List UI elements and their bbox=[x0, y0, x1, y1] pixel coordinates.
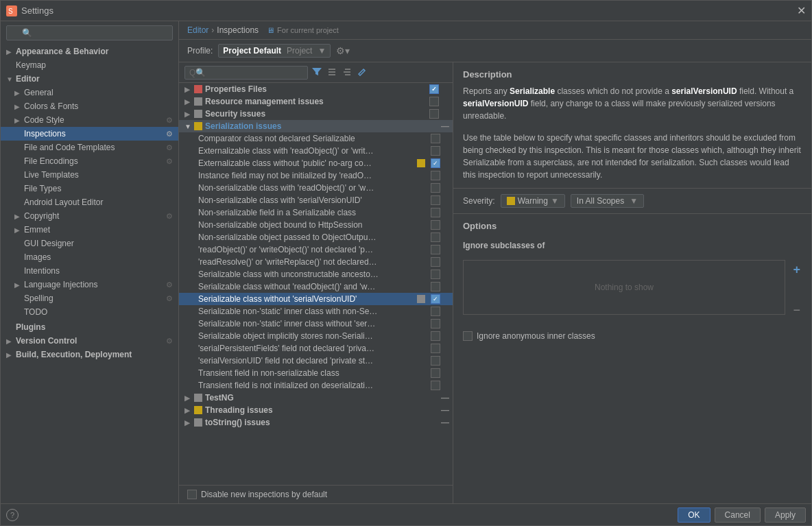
sidebar-item-emmet[interactable]: ▶ Emmet bbox=[1, 223, 178, 237]
sidebar-item-appearance[interactable]: ▶ Appearance & Behavior bbox=[1, 45, 178, 58]
sidebar-item-version-control[interactable]: ▶ Version Control ⚙ bbox=[1, 334, 178, 348]
inspection-item-nonser-output[interactable]: Non-serializable object passed to Object… bbox=[179, 231, 453, 243]
collapse-all-button[interactable] bbox=[341, 66, 353, 80]
ok-button[interactable]: OK bbox=[678, 507, 710, 523]
scope-dropdown[interactable]: In All Scopes ▼ bbox=[571, 194, 644, 208]
edit-button[interactable] bbox=[356, 66, 368, 80]
inspection-item-comparator[interactable]: Comparator class not declared Serializab… bbox=[179, 132, 453, 145]
inspection-item-ext-noarg[interactable]: Externalizable class without 'public' no… bbox=[179, 157, 453, 169]
item-checkbox[interactable] bbox=[431, 146, 440, 156]
add-class-button[interactable]: + bbox=[793, 263, 800, 277]
item-checkbox[interactable] bbox=[431, 257, 440, 267]
sidebar-item-inspections[interactable]: ▶ Inspections ⚙ bbox=[1, 127, 178, 141]
cancel-button[interactable]: Cancel bbox=[715, 507, 761, 523]
item-checkbox[interactable] bbox=[431, 282, 440, 291]
item-checkbox[interactable] bbox=[431, 232, 440, 242]
item-checkbox[interactable] bbox=[431, 381, 440, 390]
sidebar-item-android-layout[interactable]: ▶ Android Layout Editor bbox=[1, 195, 178, 209]
description-scroll: Description Reports any Serializable cla… bbox=[453, 62, 811, 503]
inspection-group-properties[interactable]: ▶ Properties Files ✓ bbox=[179, 83, 453, 95]
group-checkbox[interactable] bbox=[429, 109, 439, 119]
inspection-group-threading[interactable]: ▶ Threading issues — bbox=[179, 404, 453, 416]
sidebar-item-code-style[interactable]: ▶ Code Style ⚙ bbox=[1, 113, 178, 127]
sidebar-item-general[interactable]: ▶ General bbox=[1, 86, 178, 99]
inspection-item-ext-read[interactable]: Externalizable class with 'readObject()'… bbox=[179, 145, 453, 157]
inspection-group-resource[interactable]: ▶ Resource management issues bbox=[179, 95, 453, 108]
close-button[interactable]: ✕ bbox=[797, 4, 806, 17]
description-title: Description bbox=[463, 69, 802, 80]
sidebar-item-colors-fonts[interactable]: ▶ Colors & Fonts bbox=[1, 99, 178, 113]
expand-all-button[interactable] bbox=[326, 66, 338, 80]
sidebar-item-build-exec[interactable]: ▶ Build, Execution, Deployment bbox=[1, 348, 178, 361]
inspection-item-serial-noversion[interactable]: Serializable class without 'serialVersio… bbox=[179, 293, 453, 305]
sidebar-item-live-templates[interactable]: ▶ Live Templates bbox=[1, 168, 178, 182]
sidebar-item-spelling[interactable]: ▶ Spelling ⚙ bbox=[1, 291, 178, 305]
item-checkbox[interactable] bbox=[431, 195, 440, 205]
sidebar-item-file-encodings[interactable]: ▶ File Encodings ⚙ bbox=[1, 154, 178, 168]
sidebar-item-intentions[interactable]: ▶ Intentions bbox=[1, 264, 178, 278]
inspection-item-nonstat-without[interactable]: Serializable non-'static' inner class wi… bbox=[179, 318, 453, 330]
item-checkbox[interactable] bbox=[431, 208, 440, 217]
inspection-search-input[interactable] bbox=[184, 66, 308, 80]
item-checkbox[interactable] bbox=[431, 245, 440, 254]
inspection-item-nonser-http[interactable]: Non-serializable object bound to HttpSes… bbox=[179, 219, 453, 231]
sidebar-item-lang-injections[interactable]: ▶ Language Injections ⚙ bbox=[1, 278, 178, 291]
ignore-anon-checkbox[interactable] bbox=[463, 331, 473, 341]
sidebar-item-plugins[interactable]: ▶ Plugins bbox=[1, 320, 178, 334]
sidebar-item-file-templates[interactable]: ▶ File and Code Templates ⚙ bbox=[1, 141, 178, 154]
inspection-group-security[interactable]: ▶ Security issues bbox=[179, 108, 453, 120]
inspection-item-nonstat-non-se[interactable]: Serializable non-'static' inner class wi… bbox=[179, 305, 453, 318]
remove-class-button[interactable]: − bbox=[793, 303, 800, 318]
profile-dropdown[interactable]: Project Default Project ▼ bbox=[218, 44, 331, 58]
breadcrumb-current: Inspections bbox=[217, 25, 259, 35]
inspection-item-impl-stores[interactable]: Serializable object implicitly stores no… bbox=[179, 330, 453, 342]
sidebar-item-keymap[interactable]: ▶ Keymap bbox=[1, 58, 178, 72]
inspection-item-serial-unconst[interactable]: Serializable class with unconstructable … bbox=[179, 268, 453, 280]
sidebar-item-editor[interactable]: ▼ Editor bbox=[1, 72, 178, 86]
inspection-item-serial-noread[interactable]: Serializable class without 'readObject()… bbox=[179, 280, 453, 293]
inspection-item-transient-notinit[interactable]: Transient field is not initialized on de… bbox=[179, 379, 453, 392]
inspection-group-serialization[interactable]: ▼ Serialization issues — bbox=[179, 120, 453, 132]
group-checkbox[interactable] bbox=[429, 97, 439, 106]
sidebar-item-gui-designer[interactable]: ▶ GUI Designer bbox=[1, 237, 178, 250]
disable-inspections-checkbox[interactable] bbox=[187, 490, 197, 499]
item-checkbox[interactable] bbox=[431, 220, 440, 230]
breadcrumb-editor-link[interactable]: Editor bbox=[187, 25, 208, 35]
item-checkbox[interactable] bbox=[431, 344, 440, 353]
sidebar: ▶ Appearance & Behavior ▶ Keymap ▼ Edito… bbox=[1, 21, 179, 503]
item-checkbox[interactable]: ✓ bbox=[431, 158, 440, 168]
inspection-item-transient-non[interactable]: Transient field in non-serializable clas… bbox=[179, 367, 453, 379]
item-checkbox[interactable] bbox=[431, 356, 440, 366]
inspection-item-nonser-field[interactable]: Non-serializable field in a Serializable… bbox=[179, 206, 453, 219]
sidebar-item-todo[interactable]: ▶ TODO bbox=[1, 305, 178, 319]
inspection-item-inst-field[interactable]: Instance field may not be initialized by… bbox=[179, 169, 453, 182]
inspection-group-tostring[interactable]: ▶ toString() issues — bbox=[179, 416, 453, 429]
item-checkbox[interactable] bbox=[431, 307, 440, 316]
sidebar-item-file-types[interactable]: ▶ File Types bbox=[1, 182, 178, 195]
group-checkbox[interactable]: ✓ bbox=[429, 84, 439, 94]
sidebar-item-copyright[interactable]: ▶ Copyright ⚙ bbox=[1, 209, 178, 223]
inspection-item-readwrite[interactable]: 'readObject()' or 'writeObject()' not de… bbox=[179, 243, 453, 256]
item-checkbox[interactable] bbox=[431, 270, 440, 279]
apply-button[interactable]: Apply bbox=[765, 507, 806, 523]
severity-dropdown[interactable]: Warning ▼ bbox=[501, 194, 565, 208]
sidebar-item-images[interactable]: ▶ Images bbox=[1, 250, 178, 264]
item-checkbox[interactable] bbox=[431, 319, 440, 328]
item-checkbox[interactable] bbox=[431, 171, 440, 180]
filter-button[interactable] bbox=[311, 65, 323, 80]
inspection-item-readresolve[interactable]: 'readResolve()' or 'writeReplace()' not … bbox=[179, 256, 453, 268]
inspection-item-nonser-version[interactable]: Non-serializable class with 'serialVersi… bbox=[179, 194, 453, 206]
item-checkbox[interactable]: ✓ bbox=[431, 294, 440, 304]
help-button[interactable]: ? bbox=[6, 509, 19, 521]
item-checkbox[interactable] bbox=[431, 183, 440, 193]
inspection-group-testng[interactable]: ▶ TestNG — bbox=[179, 392, 453, 404]
inspection-item-serial-persist[interactable]: 'serialPersistentFields' field not decla… bbox=[179, 342, 453, 355]
profile-gear-icon[interactable]: ⚙▾ bbox=[336, 45, 350, 56]
inspection-item-serialversionuid[interactable]: 'serialVersionUID' field not declared 'p… bbox=[179, 355, 453, 367]
inspection-item-nonser-read[interactable]: Non-serializable class with 'readObject(… bbox=[179, 182, 453, 194]
item-label: Serializable object implicitly stores no… bbox=[198, 331, 431, 341]
sidebar-search-input[interactable] bbox=[6, 25, 173, 40]
item-checkbox[interactable] bbox=[431, 134, 440, 143]
item-checkbox[interactable] bbox=[431, 368, 440, 378]
item-checkbox[interactable] bbox=[431, 331, 440, 341]
